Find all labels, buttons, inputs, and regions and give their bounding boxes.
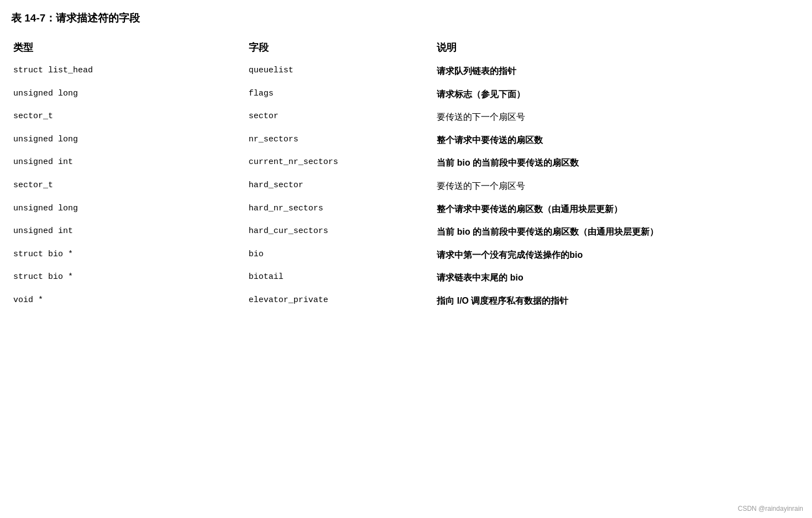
cell-type: sector_t [11,175,247,198]
cell-desc: 当前 bio 的当前段中要传送的扇区数 [434,151,795,175]
cell-desc: 指向 I/O 调度程序私有数据的指针 [434,289,795,313]
cell-desc: 请求队列链表的指针 [434,60,795,83]
table-row: struct bio *biotail请求链表中末尾的 bio [11,266,795,289]
cell-desc: 整个请求中要传送的扇区数 [434,129,795,152]
table-header-row: 类型 字段 说明 [11,36,795,60]
cell-desc: 请求中第一个没有完成传送操作的bio [434,244,795,267]
cell-field: sector [247,105,435,129]
table-row: struct list_headqueuelist请求队列链表的指针 [11,60,795,83]
cell-type: void * [11,289,247,313]
cell-field: hard_nr_sectors [247,198,435,221]
cell-field: nr_sectors [247,129,435,152]
cell-desc: 要传送的下一个扇区号 [434,105,795,129]
cell-type: unsigned int [11,220,247,244]
cell-desc: 请求链表中末尾的 bio [434,266,795,289]
cell-desc: 整个请求中要传送的扇区数（由通用块层更新） [434,198,795,221]
cell-type: unsigned long [11,83,247,106]
cell-desc: 当前 bio 的当前段中要传送的扇区数（由通用块层更新） [434,220,795,244]
table-row: struct bio *bio请求中第一个没有完成传送操作的bio [11,244,795,267]
col-header-field: 字段 [247,36,435,60]
cell-field: hard_cur_sectors [247,220,435,244]
main-table: 类型 字段 说明 struct list_headqueuelist请求队列链表… [11,36,795,313]
watermark-text: CSDN @raindayinrain [738,505,803,512]
cell-field: hard_sector [247,175,435,198]
cell-type: unsigned long [11,198,247,221]
table-row: unsigned longnr_sectors整个请求中要传送的扇区数 [11,129,795,152]
cell-desc: 请求标志（参见下面） [434,83,795,106]
cell-field: flags [247,83,435,106]
table-row: unsigned longflags请求标志（参见下面） [11,83,795,106]
table-row: void *elevator_private指向 I/O 调度程序私有数据的指针 [11,289,795,313]
cell-field: biotail [247,266,435,289]
col-header-type: 类型 [11,36,247,60]
cell-type: unsigned long [11,129,247,152]
col-header-desc: 说明 [434,36,795,60]
cell-field: queuelist [247,60,435,83]
table-row: sector_thard_sector要传送的下一个扇区号 [11,175,795,198]
page-title: 表 14-7：请求描述符的字段 [11,11,795,25]
cell-desc: 要传送的下一个扇区号 [434,175,795,198]
table-row: unsigned longhard_nr_sectors整个请求中要传送的扇区数… [11,198,795,221]
table-row: unsigned inthard_cur_sectors当前 bio 的当前段中… [11,220,795,244]
cell-field: current_nr_sectors [247,151,435,175]
cell-type: struct bio * [11,266,247,289]
cell-field: bio [247,244,435,267]
cell-type: sector_t [11,105,247,129]
cell-field: elevator_private [247,289,435,313]
cell-type: struct bio * [11,244,247,267]
cell-type: struct list_head [11,60,247,83]
table-row: unsigned intcurrent_nr_sectors当前 bio 的当前… [11,151,795,175]
cell-type: unsigned int [11,151,247,175]
table-row: sector_tsector要传送的下一个扇区号 [11,105,795,129]
